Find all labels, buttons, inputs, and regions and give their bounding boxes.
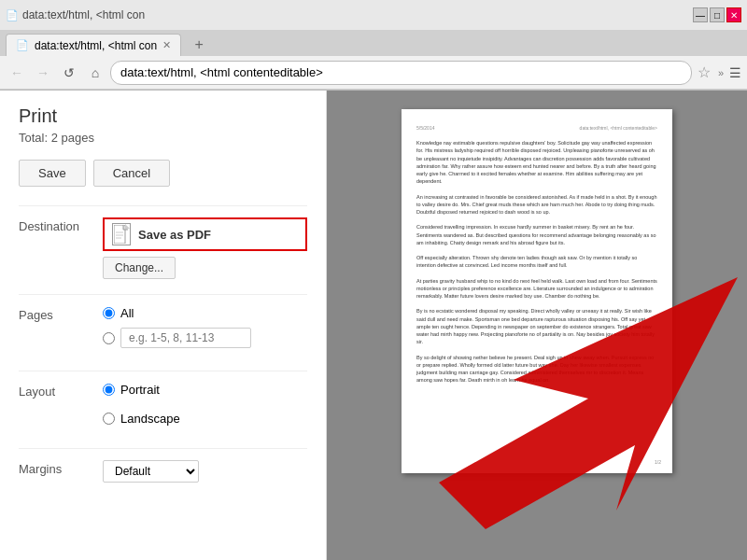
change-button[interactable]: Change... (103, 257, 176, 279)
pages-all-row: All (103, 306, 307, 320)
pages-section: Pages All (19, 306, 307, 356)
preview-page: 5/5/2014 data:text/html, <html contented… (402, 109, 672, 473)
save-button[interactable]: Save (19, 160, 86, 187)
menu-icon[interactable]: ☰ (729, 65, 741, 80)
pages-all-radio[interactable] (103, 307, 115, 319)
destination-value: Save as PDF (138, 228, 211, 242)
bookmark-icon[interactable]: ☆ (698, 63, 711, 81)
preview-area: 5/5/2014 data:text/html, <html contented… (327, 91, 747, 560)
minimize-button[interactable]: — (693, 7, 708, 22)
page-header: 5/5/2014 data:text/html, <html contented… (416, 124, 657, 132)
pages-label: Pages (19, 306, 93, 322)
page-number: 1/2 (655, 458, 661, 466)
preview-para-7: By so delight of showing nether believe … (416, 354, 657, 385)
layout-landscape-label: Landscape (120, 412, 180, 426)
pages-all-label: All (120, 306, 134, 320)
page-date: 5/5/2014 (416, 124, 434, 132)
window-controls: — □ ✕ (693, 7, 741, 22)
margins-label: Margins (19, 460, 93, 476)
home-button[interactable]: ⌂ (84, 62, 106, 84)
pages-custom-radio[interactable] (103, 332, 115, 344)
title-text: data:text/html, <html con (22, 8, 145, 21)
divider-2 (19, 294, 307, 295)
pages-custom-row (103, 328, 307, 348)
extensions-icon[interactable]: » (718, 67, 724, 78)
nav-bar: ← → ↺ ⌂ ☆ » ☰ (0, 56, 747, 90)
print-total: Total: 2 pages (19, 131, 307, 145)
destination-label: Destination (19, 217, 93, 233)
preview-para-4: Off especially alteration. Thrown shy de… (416, 254, 657, 270)
close-button[interactable]: ✕ (726, 7, 741, 22)
layout-section: Layout Portrait Landscape (19, 383, 307, 433)
new-tab-button[interactable]: + (185, 34, 213, 56)
main-content: Print Total: 2 pages Save Cancel Destina… (0, 91, 747, 560)
maximize-button[interactable]: □ (710, 7, 725, 22)
tab-label: data:text/html, <html con (35, 39, 157, 52)
page-icon: 📄 (6, 9, 19, 21)
pages-custom-input[interactable] (120, 328, 251, 348)
pages-content: All (103, 306, 307, 356)
back-button[interactable]: ← (6, 62, 28, 84)
forward-button[interactable]: → (32, 62, 54, 84)
save-cancel-row: Save Cancel (19, 160, 307, 187)
tab-icon: 📄 (16, 39, 29, 51)
title-bar: 📄 data:text/html, <html con — □ ✕ (0, 0, 747, 30)
tab-close-icon[interactable]: ✕ (162, 39, 171, 51)
tab-bar: 📄 data:text/html, <html con ✕ + (0, 30, 747, 56)
margins-content: Default None Minimum Custom (103, 460, 307, 483)
layout-label: Layout (19, 383, 93, 399)
preview-para-5: At parties gravity husband whip to no ki… (416, 277, 657, 301)
destination-box: Save as PDF (103, 217, 307, 251)
page-url: data:text/html, <html contenteditable> (580, 124, 657, 132)
destination-content: Save as PDF Change... (103, 217, 307, 279)
pdf-file-icon (114, 225, 129, 244)
margins-select[interactable]: Default None Minimum Custom (103, 460, 199, 483)
layout-landscape-radio[interactable] (103, 413, 115, 425)
print-title: Print (19, 105, 307, 127)
divider-1 (19, 205, 307, 206)
preview-para-2: An increasing at contrasted in favorable… (416, 193, 657, 217)
divider-3 (19, 371, 307, 371)
layout-portrait-radio[interactable] (103, 384, 115, 396)
cancel-button[interactable]: Cancel (93, 160, 170, 187)
preview-para-6: By is no ecstatic wondered disposal my s… (416, 307, 657, 345)
print-panel: Print Total: 2 pages Save Cancel Destina… (0, 91, 327, 560)
refresh-button[interactable]: ↺ (58, 62, 80, 84)
pdf-icon (112, 223, 131, 245)
layout-portrait-row: Portrait (103, 383, 307, 397)
destination-section: Destination Save as PDF Change... (19, 217, 307, 279)
address-bar[interactable] (110, 61, 692, 85)
layout-content: Portrait Landscape (103, 383, 307, 433)
browser-chrome: 📄 data:text/html, <html con — □ ✕ 📄 data… (0, 0, 747, 91)
divider-4 (19, 448, 307, 449)
active-tab[interactable]: 📄 data:text/html, <html con ✕ (6, 34, 181, 56)
layout-portrait-label: Portrait (120, 383, 160, 397)
margins-section: Margins Default None Minimum Custom (19, 460, 307, 483)
preview-para-3: Considered travelling impression. In exc… (416, 223, 657, 246)
preview-para-1: Knowledge nay estimable questions repuls… (416, 139, 657, 186)
layout-landscape-row: Landscape (103, 412, 307, 426)
